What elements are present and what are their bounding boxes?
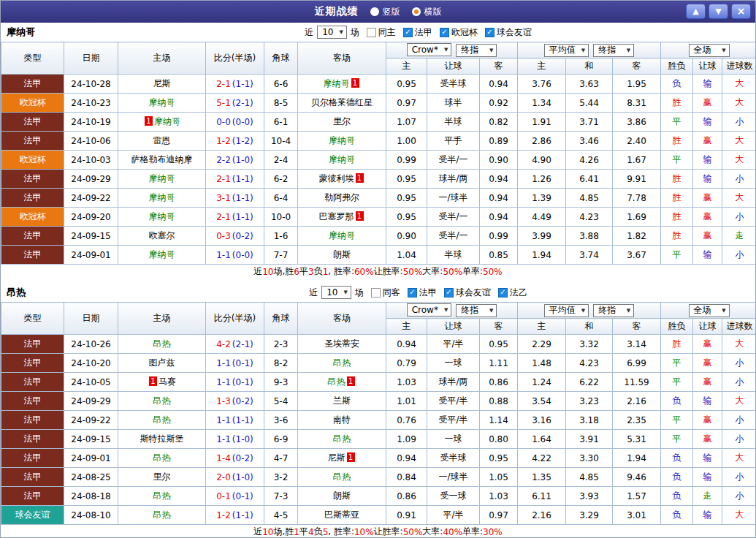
- fulltime-score: 1-4: [216, 453, 231, 463]
- match-count-select[interactable]: 10▼: [317, 26, 347, 39]
- fulltime-score: 1-2: [216, 510, 231, 520]
- sub-column-header: 让球: [693, 319, 722, 335]
- corner-count: 2-3: [264, 335, 298, 354]
- sub-column-header: 主: [518, 319, 566, 335]
- summary-part: 50%: [443, 267, 462, 277]
- filter-checkbox-法甲[interactable]: ✓法甲: [403, 26, 432, 39]
- layout-radio-vertical[interactable]: 竖版: [370, 6, 400, 18]
- window-controls: ▲ ▼ ×: [686, 4, 751, 19]
- home-team-cell: 昂热: [118, 506, 206, 525]
- team-name-text: 昂热: [333, 471, 351, 482]
- team-name-text: 摩纳哥: [329, 230, 355, 240]
- odds-value: 1.64: [518, 430, 566, 449]
- match-count-select[interactable]: 10▼: [321, 286, 351, 299]
- odds-source-select[interactable]: 平均值▼: [544, 44, 589, 57]
- odds-source-select[interactable]: 终指▼: [456, 304, 497, 317]
- odds-value: 受半球: [427, 449, 480, 468]
- odds-source-select[interactable]: 全场▼: [689, 304, 730, 317]
- red-card-badge: 1: [347, 376, 355, 386]
- home-team-cell: 欧塞尔: [118, 227, 206, 246]
- result-value: 赢: [693, 430, 722, 449]
- odds-value: 一球: [427, 430, 480, 449]
- odds-value: 0.94: [386, 449, 427, 468]
- team-name-text: 萨格勒布迪纳摩: [131, 154, 193, 164]
- away-team-cell: 昂热: [298, 430, 386, 449]
- red-card-badge: 1: [347, 452, 355, 462]
- league-type-cell: 法甲: [1, 170, 64, 189]
- odds-source-select[interactable]: 终指▼: [593, 44, 634, 57]
- match-date: 24-09-29: [64, 170, 118, 189]
- league-type-cell: 法甲: [1, 468, 64, 487]
- result-value: 平: [661, 113, 693, 132]
- filter-checkbox-球会友谊[interactable]: ✓球会友谊: [485, 26, 532, 39]
- odds-source-select[interactable]: 终指▼: [456, 44, 497, 57]
- sub-column-header: 客: [613, 319, 661, 335]
- match-row: 法甲24-10-191摩纳哥0-0(0-0)6-1里尔1.07半球0.821.9…: [1, 113, 756, 132]
- corner-count: 7-3: [264, 487, 298, 506]
- result-value: 走: [722, 227, 756, 246]
- score-cell: 2-1(1-1): [206, 170, 264, 189]
- result-value: 赢: [693, 189, 722, 208]
- match-row: 法甲24-09-01昂热1-4(0-2)4-7尼斯10.94受半球0.954.2…: [1, 449, 756, 468]
- corner-count: 5-4: [264, 392, 298, 411]
- filter-checkbox-法甲[interactable]: ✓法甲: [408, 287, 437, 299]
- league-type-cell: 法甲: [1, 487, 64, 506]
- team-name-text: 昂热: [333, 433, 351, 444]
- odds-value: 0.95: [480, 449, 518, 468]
- corner-count: 1-6: [264, 227, 298, 246]
- odds-value: 1.01: [386, 392, 427, 411]
- odds-value: 4.26: [566, 151, 613, 170]
- dropdown-arrow-icon: ▼: [444, 47, 448, 53]
- check-icon: ✓: [500, 289, 505, 296]
- team-name-text: 马赛: [159, 376, 176, 387]
- away-team-cell: 巴塞罗那1: [298, 208, 386, 227]
- radio-dot: [373, 10, 377, 14]
- results-table: 类型日期主场比分(半场)角球客场Crow*▼终指▼平均值▼终指▼全场▼主让球客主…: [1, 302, 756, 525]
- team-name-text: 尼斯: [153, 78, 171, 88]
- sub-column-header: 让球: [427, 58, 480, 75]
- radio-label-vertical: 竖版: [383, 6, 400, 18]
- checkbox-checked-icon: ✓: [408, 288, 417, 298]
- odds-source-select[interactable]: 终指▼: [593, 304, 634, 317]
- summary-part: 40%: [443, 527, 462, 537]
- filter-checkbox-欧冠杯[interactable]: ✓欧冠杯: [440, 26, 478, 39]
- filter-checkbox-同客[interactable]: 同客: [371, 287, 400, 299]
- odds-source-select[interactable]: 平均值▼: [544, 304, 589, 317]
- matches-label: 场: [351, 26, 359, 39]
- titlebar-center: 近期战绩 竖版 横版: [1, 5, 755, 18]
- halftime-score: (1-0): [232, 434, 253, 444]
- result-value: 小: [722, 113, 756, 132]
- result-value: 输: [693, 468, 722, 487]
- odds-source-header: 平均值▼终指▼: [518, 42, 661, 58]
- odds-source-select[interactable]: 全场▼: [689, 44, 730, 57]
- filter-checkbox-球会友谊[interactable]: ✓球会友谊: [444, 287, 491, 299]
- odds-value: 1.05: [480, 468, 518, 487]
- score-cell: 1-3(0-2): [206, 392, 264, 411]
- odds-source-select[interactable]: Crow*▼: [407, 303, 452, 317]
- match-row: 法甲24-09-29昂热1-3(0-2)5-4兰斯1.01受平/半0.883.5…: [1, 392, 756, 411]
- league-type-cell: 法甲: [1, 430, 64, 449]
- layout-radio-horizontal[interactable]: 横版: [412, 6, 442, 18]
- filter-checkbox-同主[interactable]: 同主: [367, 26, 396, 39]
- odds-source-select[interactable]: Crow*▼: [407, 43, 452, 56]
- fulltime-score: 0-1: [216, 491, 231, 501]
- odds-value: 1.39: [518, 189, 566, 208]
- odds-value: 半球: [427, 246, 480, 265]
- close-button[interactable]: ×: [731, 4, 751, 19]
- filter-checkbox-法乙[interactable]: ✓法乙: [498, 287, 527, 299]
- odds-value: 受一球: [427, 487, 480, 506]
- team-name-text: 摩纳哥: [149, 97, 175, 107]
- odds-value: 4.23: [566, 208, 613, 227]
- fulltime-score: 4-2: [216, 339, 231, 349]
- team-name-text: 摩纳哥: [149, 192, 175, 202]
- score-cell: 0-1(0-1): [206, 487, 264, 506]
- result-value: 小: [722, 373, 756, 392]
- summary-part: 50%: [403, 527, 423, 537]
- away-team-cell: 朗斯: [298, 487, 386, 506]
- odds-value: 3.88: [566, 227, 613, 246]
- column-header: 主场: [118, 42, 206, 75]
- move-down-button[interactable]: ▼: [709, 4, 728, 19]
- filter-bar: 近10▼场同客✓法甲✓球会友谊✓法乙: [309, 286, 527, 299]
- move-up-button[interactable]: ▲: [686, 4, 706, 19]
- odds-value: 0.95: [386, 189, 427, 208]
